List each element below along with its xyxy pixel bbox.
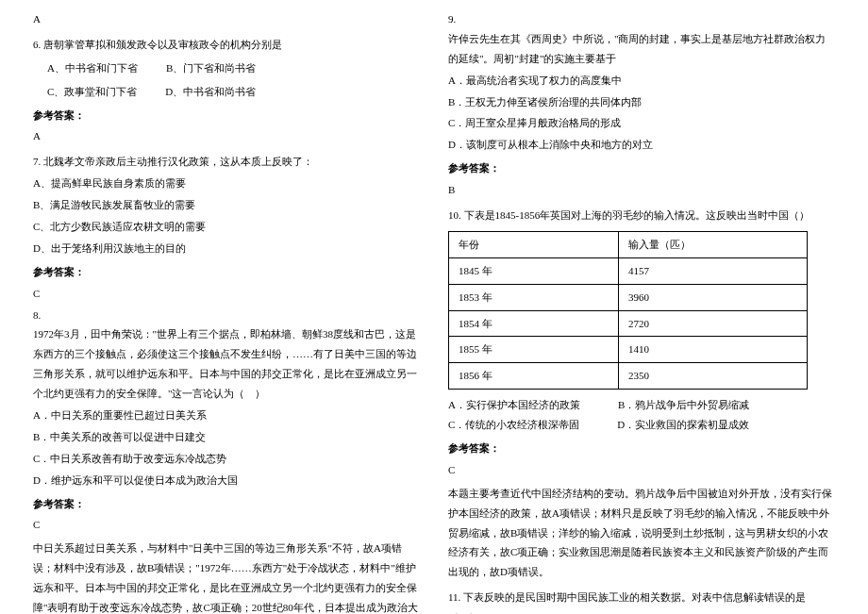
table-row: 1854 年2720: [449, 310, 808, 337]
q6-opt-a: A、中书省和门下省: [47, 58, 138, 78]
table-row: 1853 年3960: [449, 284, 808, 310]
prev-answer: A: [33, 9, 420, 29]
q7-opt-c: C、北方少数民族适应农耕文明的需要: [33, 217, 420, 237]
q9-text: 许倬云先生在其《西周史》中所说，"商周的封建，事实上是基层地方社群政治权力的延续…: [448, 29, 835, 69]
table-row: 年份 输入量（匹）: [449, 231, 808, 257]
q9-ans: B: [448, 180, 835, 200]
q7-ans: C: [33, 284, 420, 304]
q6-ans-label: 参考答案：: [33, 106, 420, 125]
q10-ans-label: 参考答案：: [448, 439, 835, 458]
q9-num: 9.: [448, 9, 835, 29]
q6-opt-d: D、中书省和尚书省: [165, 82, 256, 102]
q6-text: 6. 唐朝掌管草拟和颁发政令以及审核政令的机构分别是: [33, 35, 420, 55]
q8-num: 8.: [33, 306, 420, 325]
table-row: 1845 年4157: [449, 257, 808, 284]
table-row: 1855 年1410: [449, 337, 808, 363]
q7-opt-d: D、出于笼络利用汉族地主的目的: [33, 239, 420, 258]
q10-opt-a: A．实行保护本国经济的政策: [448, 395, 580, 415]
q8-opt-d: D．维护远东和平可以促使日本成为政治大国: [33, 471, 420, 490]
q9-opt-c: C．周王室众星捧月般政治格局的形成: [448, 113, 835, 133]
q6-opt-b: B、门下省和尚书省: [166, 58, 256, 78]
q8-text: 1972年3月，田中角荣说："世界上有三个据点，即柏林墙、朝鲜38度线和古巴，这…: [33, 324, 420, 404]
q7-opt-a: A、提高鲜卑民族自身素质的需要: [33, 174, 420, 193]
q9-opt-b: B．王权无力伸至诸侯所治理的共同体内部: [448, 92, 835, 112]
q11-text: 11. 下表反映的是民国时期中国民族工业的相关数据。对表中信息解读错误的是（ ）: [448, 588, 835, 614]
q10-opt-b: B．鸦片战争后中外贸易缩减: [618, 395, 749, 415]
q8-ans-label: 参考答案：: [33, 494, 420, 514]
q7-text: 7. 北魏孝文帝亲政后主动推行汉化政策，这从本质上反映了：: [33, 152, 420, 172]
q10-text: 10. 下表是1845-1856年英国对上海的羽毛纱的输入情况。这反映出当时中国…: [448, 206, 835, 225]
table-row: 1856 年2350: [449, 363, 808, 390]
q6-ans: A: [33, 126, 420, 146]
q9-opt-a: A．最高统治者实现了权力的高度集中: [448, 71, 835, 91]
th-year: 年份: [449, 231, 619, 257]
q10-opt-d: D．实业救国的探索初显成效: [617, 415, 749, 435]
q9-ans-label: 参考答案：: [448, 158, 835, 178]
q8-ans: C: [33, 515, 420, 535]
q10-opt-c: C．传统的小农经济根深蒂固: [448, 415, 579, 435]
q10-explanation: 本题主要考查近代中国经济结构的变动。鸦片战争后中国被迫对外开放，没有实行保护本国…: [448, 484, 835, 582]
q6-opt-c: C、政事堂和门下省: [47, 82, 137, 102]
th-amount: 输入量（匹）: [619, 231, 808, 257]
q10-table: 年份 输入量（匹） 1845 年4157 1853 年3960 1854 年27…: [448, 231, 808, 390]
q8-opt-c: C．中日关系改善有助于改变远东冷战态势: [33, 449, 420, 469]
q7-opt-b: B、满足游牧民族发展畜牧业的需要: [33, 195, 420, 215]
q8-opt-a: A．中日关系的重要性已超过日美关系: [33, 406, 420, 425]
q8-opt-b: B．中美关系的改善可以促进中日建交: [33, 427, 420, 447]
q10-ans: C: [448, 460, 835, 480]
q8-explanation: 中日关系超过日美关系，与材料中"日美中三国的等边三角形关系"不符，故A项错误；材…: [33, 539, 420, 614]
q9-opt-d: D．该制度可从根本上消除中央和地方的对立: [448, 135, 835, 155]
q7-ans-label: 参考答案：: [33, 262, 420, 282]
